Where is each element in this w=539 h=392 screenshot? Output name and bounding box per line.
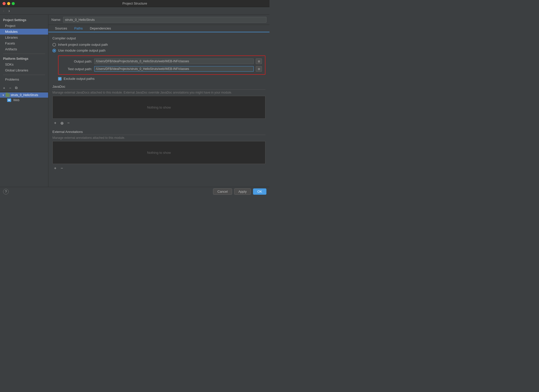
module-tree: + − ⧉ ▼ struts_0_HelloStruts Web <box>0 84 48 104</box>
paths-box: Output path: ⊞ Test output path: ⊞ <box>58 55 265 75</box>
test-output-path-label: Test output path: <box>62 67 92 71</box>
bottom-bar: ? Cancel Apply OK <box>0 187 270 196</box>
javadoc-remove-button[interactable]: − <box>66 120 71 126</box>
output-path-input[interactable] <box>94 58 254 64</box>
name-bar: Name: <box>48 15 270 25</box>
content-area: Name: Sources Paths Dependencies Compile… <box>48 15 270 187</box>
tree-toolbar: + − ⧉ <box>0 84 48 92</box>
external-annotations-toolbar: + − <box>52 165 265 171</box>
name-label: Name: <box>51 18 61 22</box>
tree-sub: Web <box>0 98 48 103</box>
title-bar: Project Structure <box>0 0 270 7</box>
apply-button[interactable]: Apply <box>234 188 251 195</box>
compiler-output-label: Compiler output <box>52 36 265 40</box>
ok-button[interactable]: OK <box>253 188 266 195</box>
exclude-checkbox[interactable] <box>58 77 62 81</box>
platform-settings-header: Platform Settings <box>0 55 48 62</box>
use-module-label: Use module compile output path <box>58 49 105 52</box>
tree-web-label: Web <box>13 98 19 102</box>
forward-button[interactable]: › <box>7 8 11 14</box>
web-icon <box>7 98 11 102</box>
sidebar-item-artifacts[interactable]: Artifacts <box>0 46 48 52</box>
close-button[interactable] <box>3 2 6 5</box>
project-settings-header: Project Settings <box>0 17 48 23</box>
inherit-label: Inherit project compile output path <box>58 43 108 47</box>
output-path-row: Output path: ⊞ <box>62 58 262 64</box>
maximize-button[interactable] <box>12 2 15 5</box>
javadoc-empty: Nothing to show <box>147 105 171 109</box>
help-button[interactable]: ? <box>3 189 9 194</box>
tab-paths[interactable]: Paths <box>71 25 86 32</box>
sidebar: Project Settings Project Modules Librari… <box>0 15 48 84</box>
radio-use-module[interactable]: Use module compile output path <box>52 49 265 52</box>
ext-annotations-remove-button[interactable]: − <box>59 165 65 171</box>
left-panel: Project Settings Project Modules Librari… <box>0 15 48 187</box>
test-output-path-browse-button[interactable]: ⊞ <box>256 66 262 72</box>
tree-module-name: struts_0_HelloStruts <box>11 93 38 97</box>
tree-copy-button[interactable]: ⧉ <box>14 85 19 91</box>
tree-module-item[interactable]: ▼ struts_0_HelloStruts <box>0 93 48 98</box>
external-annotations-title: External Annotations <box>52 130 265 135</box>
sidebar-item-facets[interactable]: Facets <box>0 40 48 46</box>
ext-annotations-add-button[interactable]: + <box>52 165 58 171</box>
bottom-left: ? <box>3 189 9 194</box>
javadoc-description: Manage external JavaDocs attached to thi… <box>52 91 265 94</box>
radio-group: Inherit project compile output path Use … <box>52 43 265 52</box>
external-annotations-empty: Nothing to show <box>147 151 171 155</box>
output-path-label: Output path: <box>62 59 92 63</box>
main-layout: Project Settings Project Modules Librari… <box>0 15 270 187</box>
javadoc-section: JavaDoc Manage external JavaDocs attache… <box>52 85 265 126</box>
tab-dependencies[interactable]: Dependencies <box>86 25 115 32</box>
javadoc-list: Nothing to show <box>52 96 265 119</box>
sidebar-item-libraries[interactable]: Libraries <box>0 35 48 40</box>
use-module-radio[interactable] <box>52 49 56 52</box>
tab-sources[interactable]: Sources <box>51 25 71 32</box>
javadoc-toolbar: + ⊕ − <box>52 120 265 126</box>
tree-content: ▼ struts_0_HelloStruts Web <box>0 92 48 104</box>
sidebar-item-problems[interactable]: Problems <box>0 77 48 82</box>
tree-add-button[interactable]: + <box>2 85 7 91</box>
javadoc-add-special-button[interactable]: ⊕ <box>59 120 65 126</box>
window-controls[interactable] <box>3 2 15 5</box>
radio-inherit[interactable]: Inherit project compile output path <box>52 43 265 47</box>
tree-web-item[interactable]: Web <box>5 98 48 103</box>
sidebar-item-sdks[interactable]: SDKs <box>0 62 48 67</box>
module-folder-icon <box>6 93 10 97</box>
test-output-path-input[interactable] <box>94 66 254 72</box>
name-input[interactable] <box>63 17 266 23</box>
exclude-label: Exclude output paths <box>64 77 94 81</box>
exclude-checkbox-row: Exclude output paths <box>58 77 265 81</box>
tree-expand-arrow: ▼ <box>2 94 5 97</box>
external-annotations-section: External Annotations Manage external ann… <box>52 130 265 171</box>
nav-bar: ‹ › <box>0 7 270 15</box>
external-annotations-description: Manage external annotations attached to … <box>52 136 265 140</box>
sidebar-item-modules[interactable]: Modules <box>0 29 48 35</box>
tabs: Sources Paths Dependencies <box>48 25 270 32</box>
back-button[interactable]: ‹ <box>2 8 5 14</box>
external-annotations-list: Nothing to show <box>52 141 265 164</box>
sidebar-item-global-libraries[interactable]: Global Libraries <box>0 67 48 73</box>
output-path-browse-button[interactable]: ⊞ <box>256 58 262 64</box>
minimize-button[interactable] <box>7 2 10 5</box>
javadoc-title: JavaDoc <box>52 85 265 90</box>
window-title: Project Structure <box>122 2 147 5</box>
paths-tab-content: Compiler output Inherit project compile … <box>48 32 270 187</box>
tree-remove-button[interactable]: − <box>8 85 13 91</box>
divider <box>3 54 45 54</box>
javadoc-add-button[interactable]: + <box>52 120 58 126</box>
divider2 <box>3 75 45 75</box>
test-output-path-row: Test output path: ⊞ <box>62 66 262 72</box>
inherit-radio[interactable] <box>52 43 56 47</box>
bottom-right: Cancel Apply OK <box>213 188 266 195</box>
cancel-button[interactable]: Cancel <box>213 188 232 195</box>
sidebar-item-project[interactable]: Project <box>0 23 48 29</box>
